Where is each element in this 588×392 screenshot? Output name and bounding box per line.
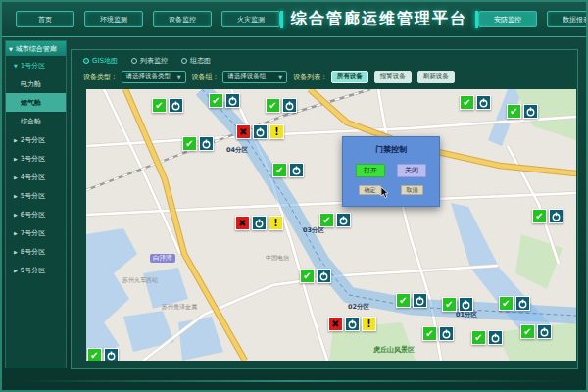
door-close-button[interactable]: 关闭 <box>397 164 426 177</box>
power-button-icon <box>439 326 454 341</box>
power-icon <box>256 127 265 137</box>
cancel-button[interactable]: 取消 <box>401 185 423 195</box>
device-marker-alarm[interactable]: ✖! <box>328 317 376 331</box>
chip-all-devices[interactable]: 所有设备 <box>331 71 368 83</box>
device-list-label: 设备列表 : <box>293 73 325 82</box>
power-icon <box>479 98 488 108</box>
sidebar-item-zone-9[interactable]: ▶9号分区 <box>6 261 66 279</box>
mouse-cursor-icon <box>380 187 390 199</box>
chevron-right-icon: ▶ <box>14 137 18 143</box>
sidebar-item-cabin-power[interactable]: 电力舱 <box>6 74 66 93</box>
power-button-icon <box>317 269 331 283</box>
power-button-icon <box>252 216 267 230</box>
title-decor-left <box>280 11 283 28</box>
nav-button-env-monitor[interactable]: 环境监测 <box>84 11 143 27</box>
device-marker-ok[interactable]: ✔ <box>396 293 427 308</box>
nav-button-data-report[interactable]: 数据报表 <box>547 11 588 27</box>
nav-button-home[interactable]: 首页 <box>16 11 74 27</box>
power-button-icon <box>488 330 503 345</box>
device-type-value: 请选择设备类型 <box>126 73 172 81</box>
sidebar-item-zone-6[interactable]: ▶6号分区 <box>6 205 66 223</box>
power-button-icon <box>345 317 360 331</box>
status-ok-icon: ✔ <box>471 330 486 345</box>
power-button-icon <box>169 98 183 113</box>
chip-alarm-devices[interactable]: 报警设备 <box>374 71 412 83</box>
device-marker-ok[interactable]: ✔ <box>300 269 331 283</box>
map-place-label: 白洋湾 <box>150 254 175 263</box>
device-marker-ok[interactable]: ✔ <box>319 213 351 227</box>
device-marker-ok[interactable]: ✔ <box>499 296 530 311</box>
power-button-icon <box>253 124 268 139</box>
sidebar-item-cabin-utility[interactable]: 综合舱 <box>6 112 66 130</box>
chevron-right-icon: ▶ <box>14 212 18 218</box>
device-marker-ok[interactable]: ✔ <box>266 98 297 113</box>
power-icon <box>228 96 237 106</box>
device-type-select[interactable]: 请选择设备类型 ▼ <box>122 71 186 83</box>
device-marker-alarm[interactable]: ✖! <box>236 124 284 139</box>
power-icon <box>540 327 549 337</box>
device-marker-ok[interactable]: ✔ <box>422 326 454 341</box>
sidebar-item-label: 9号分区 <box>21 266 45 275</box>
power-icon <box>416 296 424 306</box>
map-place-label: 苏州火车西站 <box>122 276 158 285</box>
sidebar-root-node[interactable]: ▼ 城市综合管廊 <box>6 41 66 56</box>
nav-button-security-monitor[interactable]: 安防监控 <box>478 11 537 27</box>
sidebar-item-zone-7[interactable]: ▶7号分区 <box>6 223 66 242</box>
radio-list-monitor[interactable]: 列表监控 <box>131 56 168 66</box>
radio-label: 列表监控 <box>140 56 168 66</box>
status-fault-icon: ✖ <box>235 216 250 230</box>
sidebar-item-cabin-gas[interactable]: 燃气舱 <box>6 93 66 112</box>
status-ok-icon: ✔ <box>442 297 457 312</box>
device-marker-ok[interactable]: ✔ <box>87 348 119 361</box>
nav-button-fire-monitor[interactable]: 火灾监测 <box>221 11 280 27</box>
device-marker-alarm[interactable]: ✖! <box>235 216 283 230</box>
dialog-confirm-buttons: 确定 取消 <box>343 185 439 195</box>
power-button-icon <box>413 293 427 308</box>
alarm-warning-icon: ! <box>362 317 376 331</box>
radio-dot-icon <box>83 58 89 64</box>
sidebar-item-label: 1号分区 <box>21 61 45 71</box>
radio-gis-map[interactable]: GIS地图 <box>83 56 118 66</box>
chip-refresh-devices[interactable]: 刷新设备 <box>417 71 455 83</box>
sidebar-item-label: 3号分区 <box>21 154 45 164</box>
power-icon <box>107 351 116 361</box>
chevron-right-icon: ▶ <box>14 193 18 199</box>
status-ok-icon: ✔ <box>460 95 474 110</box>
nav-right: 安防监控数据报表历史查询用户管理 <box>478 11 588 27</box>
device-marker-ok[interactable]: ✔ <box>532 209 564 223</box>
power-icon <box>172 101 180 111</box>
sidebar-item-zone-5[interactable]: ▶5号分区 <box>6 186 66 205</box>
sidebar-item-label: 8号分区 <box>21 247 45 257</box>
device-marker-ok[interactable]: ✔ <box>520 324 552 339</box>
device-marker-ok[interactable]: ✔ <box>152 98 183 113</box>
sidebar-item-zone-8[interactable]: ▶8号分区 <box>6 242 66 261</box>
device-marker-ok[interactable]: ✔ <box>460 95 491 110</box>
ok-button[interactable]: 确定 <box>359 185 381 195</box>
sidebar-item-zone-2[interactable]: ▶2号分区 <box>6 130 66 149</box>
sidebar-item-zone-4[interactable]: ▶4号分区 <box>6 168 66 186</box>
status-ok-icon: ✔ <box>266 98 280 113</box>
power-button-icon <box>225 93 240 108</box>
chevron-down-icon: ▼ <box>278 74 282 80</box>
device-marker-ok[interactable]: ✔ <box>507 104 538 119</box>
device-marker-ok[interactable]: ✔ <box>442 297 473 312</box>
door-open-button[interactable]: 打开 <box>356 164 385 177</box>
radio-scada-view[interactable]: 组态图 <box>181 56 211 66</box>
status-ok-icon: ✔ <box>87 348 102 361</box>
zone-label: 04分区 <box>226 146 248 155</box>
sidebar-item-zone-3[interactable]: ▶3号分区 <box>6 149 66 168</box>
device-marker-ok[interactable]: ✔ <box>471 330 503 345</box>
device-marker-ok[interactable]: ✔ <box>209 93 240 108</box>
status-ok-icon: ✔ <box>272 163 287 177</box>
device-group-select[interactable]: 请选择设备组 ▼ <box>222 71 287 83</box>
device-marker-ok[interactable]: ✔ <box>272 163 304 177</box>
sidebar-root-label: 城市综合管廊 <box>16 44 57 54</box>
status-ok-icon: ✔ <box>422 326 437 341</box>
power-icon <box>552 212 561 221</box>
map-canvas[interactable]: 04分区03分区02分区01分区白洋湾虎丘山风景区苏州火车西站中国电信苏州贵泽金… <box>86 89 576 361</box>
chevron-right-icon: ▶ <box>14 174 18 180</box>
sidebar-item-zone-1[interactable]: ▼1号分区 <box>6 56 66 74</box>
device-marker-ok[interactable]: ✔ <box>182 136 214 151</box>
nav-button-device-monitor[interactable]: 设备监控 <box>153 11 212 27</box>
sidebar-list: ▼1号分区电力舱燃气舱综合舱▶2号分区▶3号分区▶4号分区▶5号分区▶6号分区▶… <box>6 56 66 279</box>
